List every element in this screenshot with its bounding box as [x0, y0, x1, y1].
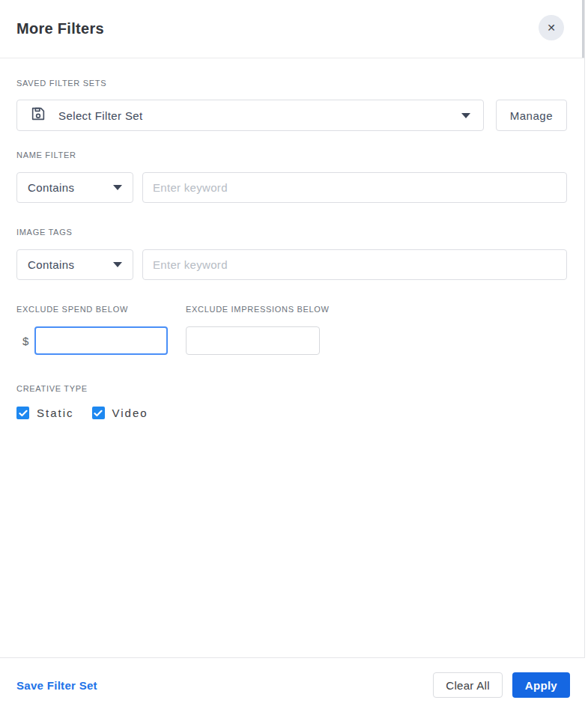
clear-all-button[interactable]: Clear All: [433, 672, 503, 698]
filter-set-select-value: Select Filter Set: [58, 109, 143, 122]
checkbox-static-label: Static: [37, 407, 74, 419]
image-tags-label: IMAGE TAGS: [16, 228, 567, 237]
image-tags-operator-value: Contains: [28, 258, 74, 271]
panel-content: SAVED FILTER SETS Select Filter Set Mana…: [0, 79, 584, 419]
name-filter-label: NAME FILTER: [16, 150, 567, 159]
checkbox-checked-icon: [92, 407, 105, 419]
save-file-icon: [30, 106, 46, 125]
chevron-down-icon: [113, 185, 122, 190]
save-filter-set-link[interactable]: Save Filter Set: [16, 679, 97, 692]
image-tags-row: Contains: [16, 249, 567, 280]
name-filter-keyword-input[interactable]: [142, 172, 567, 203]
creative-type-options: Static Video: [16, 407, 567, 419]
close-icon: ✕: [547, 22, 556, 33]
checkbox-checked-icon: [16, 407, 29, 419]
name-filter-row: Contains: [16, 172, 567, 203]
image-tags-keyword-input[interactable]: [142, 249, 567, 280]
name-filter-operator-value: Contains: [28, 181, 74, 194]
currency-symbol: $: [22, 335, 34, 347]
creative-type-label: CREATIVE TYPE: [16, 384, 567, 393]
panel-header: More Filters ✕: [0, 0, 584, 58]
filter-set-select[interactable]: Select Filter Set: [16, 100, 484, 131]
chevron-down-icon: [113, 262, 122, 267]
checkbox-static[interactable]: Static: [16, 407, 74, 419]
page-title: More Filters: [16, 20, 104, 37]
name-filter-operator-select[interactable]: Contains: [16, 172, 133, 203]
checkbox-video-label: Video: [112, 407, 148, 419]
panel-footer: Save Filter Set Clear All Apply: [0, 657, 585, 712]
exclude-impressions-input[interactable]: [186, 326, 320, 355]
checkbox-video[interactable]: Video: [92, 407, 148, 419]
manage-button[interactable]: Manage: [496, 100, 567, 131]
exclude-spend-input[interactable]: [34, 326, 168, 355]
close-button[interactable]: ✕: [539, 15, 564, 40]
saved-filter-sets-label: SAVED FILTER SETS: [16, 79, 567, 88]
apply-button[interactable]: Apply: [512, 672, 570, 698]
image-tags-operator-select[interactable]: Contains: [16, 249, 133, 280]
exclude-spend-label: EXCLUDE SPEND BELOW: [16, 305, 186, 314]
numeric-filters-labels: EXCLUDE SPEND BELOW EXCLUDE IMPRESSIONS …: [16, 305, 567, 314]
numeric-filters-row: $: [16, 326, 567, 355]
saved-filter-sets-row: Select Filter Set Manage: [16, 100, 567, 131]
more-filters-panel: More Filters ✕ SAVED FILTER SETS Select …: [0, 0, 585, 712]
chevron-down-icon: [461, 113, 470, 118]
exclude-impressions-label: EXCLUDE IMPRESSIONS BELOW: [186, 305, 330, 314]
